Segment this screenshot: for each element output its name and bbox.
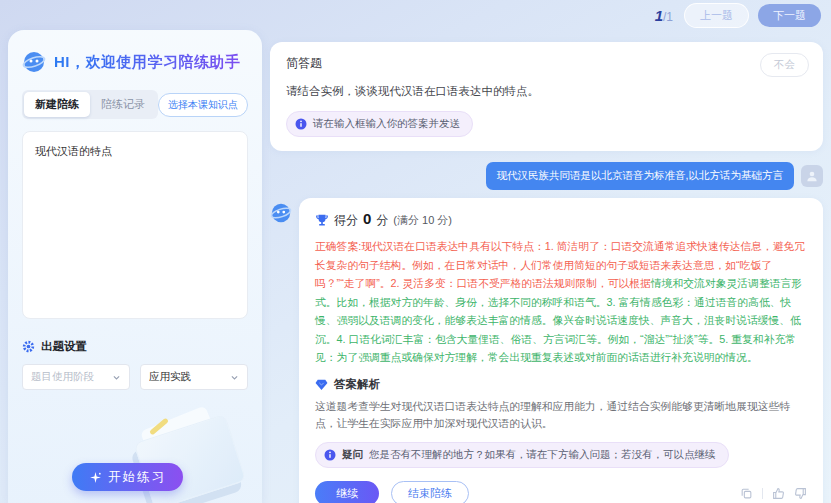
mode-select[interactable]: 应用实践 xyxy=(140,364,248,390)
analysis-header: 答案解析 xyxy=(315,377,807,392)
prev-question-button[interactable]: 上一题 xyxy=(684,3,749,28)
score-unit: 分 xyxy=(376,212,388,229)
thumbs-down-icon[interactable] xyxy=(794,487,807,500)
tab-group: 新建陪练 陪练记录 xyxy=(22,90,158,119)
response-actions-row: 继续 结束陪练 xyxy=(315,481,807,503)
followup-hint-text: 您是否有不理解的地方？如果有，请在下方输入问题；若没有，可以点继续 xyxy=(369,448,716,460)
chevron-down-icon xyxy=(112,373,121,382)
topbar: 1/1 上一题 下一题 xyxy=(0,0,821,30)
stage-select-value: 题目使用阶段 xyxy=(31,370,112,384)
sidebar-header: HI，欢迎使用学习陪练助手 xyxy=(22,50,248,74)
next-question-button[interactable]: 下一题 xyxy=(758,4,821,27)
greeting-title: HI，欢迎使用学习陪练助手 xyxy=(54,53,241,72)
page-total: /1 xyxy=(663,10,673,24)
followup-hint-label: 疑问 xyxy=(342,448,363,460)
user-message-bubble: 现代汉民族共同语是以北京语音为标准音,以北方话为基础方言 xyxy=(486,162,794,190)
question-card: 简答题 不会 请结合实例，谈谈现代汉语在口语表达中的特点。 请在输入框输入你的答… xyxy=(270,42,823,151)
gem-icon xyxy=(315,378,328,391)
score-total: (满分 10 分) xyxy=(393,213,452,228)
tab-new-practice[interactable]: 新建陪练 xyxy=(24,92,90,117)
select-knowledge-button[interactable]: 选择本课知识点 xyxy=(158,93,248,117)
page-indicator: 1/1 xyxy=(655,7,673,24)
sidebar-tabs-row: 新建陪练 陪练记录 选择本课知识点 xyxy=(22,90,248,119)
mode-select-value: 应用实践 xyxy=(149,370,230,384)
end-practice-button[interactable]: 结束陪练 xyxy=(391,481,469,503)
sidebar: HI，欢迎使用学习陪练助手 新建陪练 陪练记录 选择本课知识点 现代汉语的特点 … xyxy=(8,30,262,503)
ai-response-row: 得分 0 分 (满分 10 分) 正确答案:现代汉语在口语表达中具有以下特点：1… xyxy=(270,198,823,503)
tab-practice-history[interactable]: 陪练记录 xyxy=(90,92,156,117)
continue-button[interactable]: 继续 xyxy=(315,481,379,503)
gear-icon xyxy=(22,340,35,353)
stage-select[interactable]: 题目使用阶段 xyxy=(22,364,130,390)
start-practice-button[interactable]: 开始练习 xyxy=(72,463,183,491)
icon-divider xyxy=(762,488,763,499)
user-avatar xyxy=(801,165,823,187)
sparkle-icon xyxy=(89,471,102,484)
followup-hint-pill: 疑问您是否有不理解的地方？如果有，请在下方输入问题；若没有，可以点继续 xyxy=(315,442,729,468)
followup-hint-content: 疑问您是否有不理解的地方？如果有，请在下方输入问题；若没有，可以点继续 xyxy=(342,448,716,462)
feedback-icons xyxy=(740,487,807,500)
trophy-icon xyxy=(315,213,329,227)
answer-hint-pill: 请在输入框输入你的答案并发送 xyxy=(286,111,473,137)
thumbs-up-icon[interactable] xyxy=(772,487,785,500)
analysis-title: 答案解析 xyxy=(334,377,380,392)
score-label: 得分 xyxy=(334,212,358,229)
question-settings-title: 出题设置 xyxy=(41,339,87,354)
score-value: 0 xyxy=(363,210,371,227)
page-current: 1 xyxy=(655,7,663,24)
question-settings-header: 出题设置 xyxy=(22,339,248,354)
copy-icon[interactable] xyxy=(740,487,753,500)
ai-response-card: 得分 0 分 (满分 10 分) 正确答案:现代汉语在口语表达中具有以下特点：1… xyxy=(299,198,823,503)
start-practice-label: 开始练习 xyxy=(108,469,166,486)
info-icon xyxy=(295,118,307,130)
settings-selects: 题目使用阶段 应用实践 xyxy=(22,364,248,390)
dont-know-button[interactable]: 不会 xyxy=(760,53,809,77)
app-logo-icon xyxy=(22,50,46,74)
user-icon xyxy=(805,169,819,183)
question-text: 请结合实例，谈谈现代汉语在口语表达中的特点。 xyxy=(286,84,807,99)
main-panel: 简答题 不会 请结合实例，谈谈现代汉语在口语表达中的特点。 请在输入框输入你的答… xyxy=(270,30,823,503)
info-icon xyxy=(324,449,336,461)
assistant-avatar-icon xyxy=(270,202,292,224)
user-message-row: 现代汉民族共同语是以北京语音为标准音,以北方话为基础方言 xyxy=(270,162,823,190)
topic-input[interactable]: 现代汉语的特点 xyxy=(22,131,248,319)
question-type-label: 简答题 xyxy=(286,55,807,72)
score-row: 得分 0 分 (满分 10 分) xyxy=(315,210,807,229)
chevron-down-icon xyxy=(230,373,239,382)
correct-answer-text: 正确答案:现代汉语在口语表达中具有以下特点：1. 简洁明了：口语交流通常追求快速… xyxy=(315,237,807,367)
answer-segment-green: 情境和交流对象灵活调整语言形式。比如，根据对方的年龄、身份，选择不同的称呼和语气… xyxy=(315,277,802,363)
answer-hint-text: 请在输入框输入你的答案并发送 xyxy=(313,117,460,131)
analysis-text: 这道题考查学生对现代汉语口语表达特点的理解和应用能力，通过结合实例能够更清晰地展… xyxy=(315,398,807,433)
